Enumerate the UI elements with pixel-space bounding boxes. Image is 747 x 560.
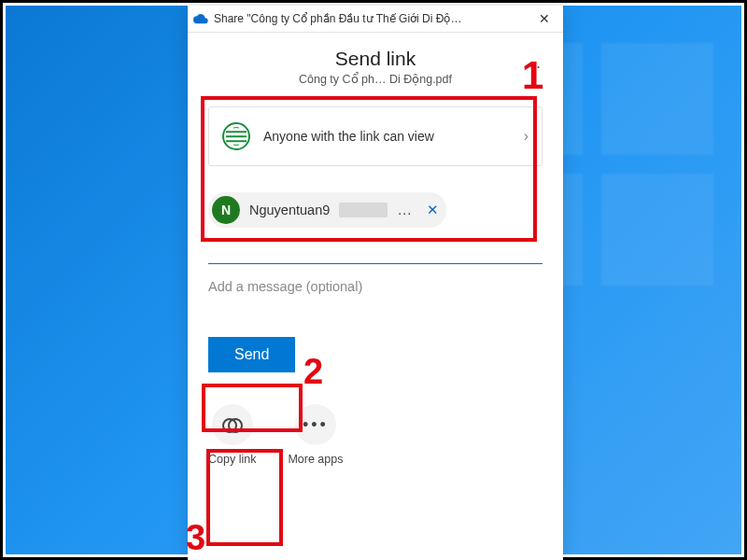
- recipient-row: N Nguyentuan9 … ✕: [208, 192, 543, 228]
- more-options-icon[interactable]: ···: [523, 57, 543, 77]
- more-apps-icon: •••: [303, 415, 329, 435]
- chevron-right-icon: ›: [524, 128, 529, 145]
- recipient-ellipsis: …: [397, 202, 412, 218]
- remove-recipient-icon[interactable]: ✕: [427, 202, 439, 218]
- avatar: N: [212, 196, 240, 224]
- shared-filename: Công ty Cổ ph… Di Động.pdf: [208, 72, 543, 86]
- copy-link-action[interactable]: Copy link: [208, 404, 256, 466]
- send-button[interactable]: Send: [208, 337, 295, 372]
- share-dialog: Share "Công ty Cổ phần Đầu tư Thế Giới D…: [188, 6, 563, 560]
- onedrive-icon: [193, 11, 208, 26]
- copy-link-label: Copy link: [208, 453, 256, 466]
- recipient-chip[interactable]: N Nguyentuan9 … ✕: [208, 192, 446, 228]
- more-apps-label: More apps: [288, 453, 343, 466]
- permission-text: Anyone with the link can view: [263, 129, 511, 144]
- window-title: Share "Công ty Cổ phần Đầu tư Thế Giới D…: [214, 12, 531, 25]
- globe-icon: [222, 122, 250, 150]
- link-permission-row[interactable]: Anyone with the link can view ›: [208, 106, 543, 166]
- message-input[interactable]: Add a message (optional): [208, 279, 543, 294]
- input-underline: [208, 263, 543, 264]
- recipient-masked: [339, 203, 388, 217]
- dialog-title: Send link: [208, 48, 543, 70]
- close-icon[interactable]: ✕: [531, 11, 557, 26]
- recipient-name: Nguyentuan9: [249, 203, 330, 217]
- dialog-header: Send link Công ty Cổ ph… Di Động.pdf ···: [208, 48, 543, 86]
- link-icon: [222, 418, 243, 431]
- titlebar: Share "Công ty Cổ phần Đầu tư Thế Giới D…: [188, 6, 563, 33]
- more-apps-action[interactable]: ••• More apps: [288, 404, 343, 466]
